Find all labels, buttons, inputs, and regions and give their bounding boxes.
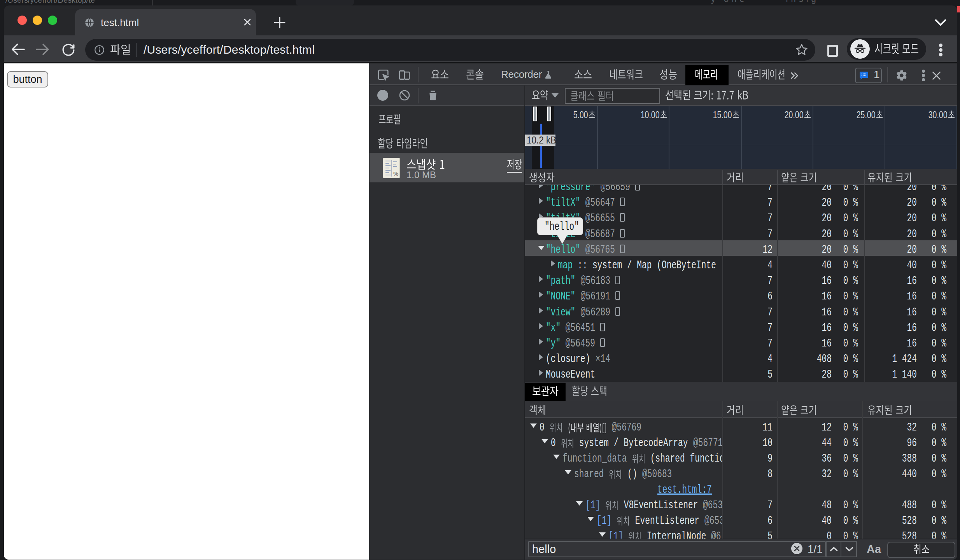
svg-text:%: % [393, 170, 398, 177]
